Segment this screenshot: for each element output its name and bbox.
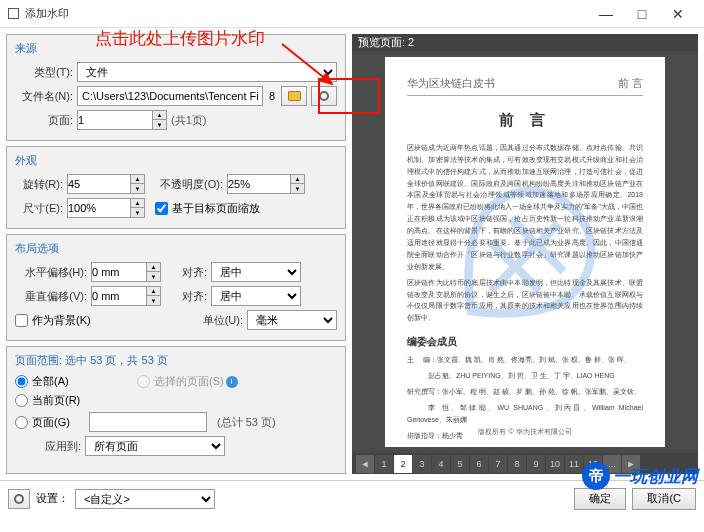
preview-canvas: 华为区块链白皮书前 言 前 言 区块链成为近两年热点话题，因其通过分布式数据存储… bbox=[352, 51, 698, 453]
preview-header: 预览页面: 2 bbox=[352, 34, 698, 51]
radio-all-label[interactable]: 全部(A) bbox=[15, 374, 133, 389]
minimize-button[interactable]: — bbox=[588, 0, 624, 28]
page-thumb[interactable]: 9 bbox=[527, 455, 545, 473]
applyto-label: 应用到: bbox=[15, 439, 81, 454]
pages-input[interactable] bbox=[89, 412, 207, 432]
file-settings-button[interactable] bbox=[311, 86, 337, 106]
doc-title: 前 言 bbox=[407, 108, 643, 132]
annotation-overlay: 点击此处上传图片水印 bbox=[95, 27, 265, 50]
page-thumb[interactable]: 8 bbox=[508, 455, 526, 473]
radio-pages-label[interactable]: 页面(G) bbox=[15, 415, 85, 430]
unit-select[interactable]: 毫米 bbox=[247, 310, 337, 330]
type-select[interactable]: 文件 bbox=[77, 62, 337, 82]
settings-label: 设置： bbox=[36, 491, 69, 506]
corner-brand: 帝 一玩创业网 bbox=[582, 462, 698, 490]
brand-logo-icon: 帝 bbox=[582, 462, 610, 490]
page-thumb[interactable]: 4 bbox=[432, 455, 450, 473]
rotate-label: 旋转(R): bbox=[15, 177, 63, 192]
group-appearance: 外观 旋转(R): ▲▼ 不透明度(O): ▲▼ 尺寸(E): ▲▼ 基于目标页… bbox=[6, 146, 346, 229]
preview-document: 华为区块链白皮书前 言 前 言 区块链成为近两年热点话题，因其通过分布式数据存储… bbox=[385, 57, 665, 447]
chevron-up-icon[interactable]: ▲ bbox=[152, 111, 166, 120]
size-spinner[interactable]: ▲▼ bbox=[67, 198, 145, 218]
titlebar: 添加水印 — □ ✕ bbox=[0, 0, 704, 28]
ok-button[interactable]: 确定 bbox=[574, 488, 626, 510]
asbg-checkbox-label[interactable]: 作为背景(K) bbox=[15, 313, 189, 328]
page-thumb[interactable]: 6 bbox=[470, 455, 488, 473]
filename-input[interactable] bbox=[77, 86, 263, 106]
page-thumb[interactable]: 2 bbox=[394, 455, 412, 473]
chevron-down-icon[interactable]: ▼ bbox=[152, 120, 166, 129]
close-button[interactable]: ✕ bbox=[660, 0, 696, 28]
gear-icon bbox=[14, 494, 24, 504]
srcpage-spinner[interactable]: ▲▼ bbox=[77, 110, 167, 130]
browse-button[interactable] bbox=[281, 86, 307, 106]
page-thumb[interactable]: 1 bbox=[375, 455, 393, 473]
scale-checkbox[interactable] bbox=[155, 202, 168, 215]
halign-label: 对齐: bbox=[165, 265, 207, 280]
maximize-button[interactable]: □ bbox=[624, 0, 660, 28]
radio-current-label[interactable]: 当前页(R) bbox=[15, 393, 80, 408]
opacity-spinner[interactable]: ▲▼ bbox=[227, 174, 305, 194]
appearance-header: 外观 bbox=[15, 153, 337, 168]
rotate-spinner[interactable]: ▲▼ bbox=[67, 174, 145, 194]
radio-selected bbox=[137, 375, 150, 388]
folder-icon bbox=[288, 91, 301, 101]
doc-section: 编委会成员 bbox=[407, 334, 643, 350]
layout-header: 布局选项 bbox=[15, 241, 337, 256]
opacity-label: 不透明度(O): bbox=[149, 177, 223, 192]
preview-panel: 预览页面: 2 华为区块链白皮书前 言 前 言 区块链成为近两年热点话题，因其通… bbox=[352, 34, 698, 474]
type-label: 类型(T): bbox=[15, 65, 73, 80]
page-thumb[interactable]: 3 bbox=[413, 455, 431, 473]
filename-label: 文件名(N): bbox=[15, 89, 73, 104]
group-source: 来源 类型(T): 文件 文件名(N): 8 页面: ▲▼ (共1页) bbox=[6, 34, 346, 141]
group-pagerange: 页面范围: 选中 53 页，共 53 页 全部(A) 选择的页面(S)i 当前页… bbox=[6, 346, 346, 474]
radio-current[interactable] bbox=[15, 394, 28, 407]
page-thumb[interactable]: 10 bbox=[546, 455, 564, 473]
page-thumb[interactable]: 11 bbox=[565, 455, 583, 473]
info-icon[interactable]: i bbox=[226, 376, 238, 388]
gear-icon bbox=[319, 91, 329, 101]
halign-select[interactable]: 居中 bbox=[211, 262, 301, 282]
group-layout: 布局选项 水平偏移(H): ▲▼ 对齐: 居中 垂直偏移(V): ▲▼ 对齐: … bbox=[6, 234, 346, 341]
size-label: 尺寸(E): bbox=[15, 201, 63, 216]
radio-all[interactable] bbox=[15, 375, 28, 388]
pages-total: (总计 53 页) bbox=[217, 415, 276, 430]
srcpage-label: 页面: bbox=[15, 113, 73, 128]
pagerange-header: 页面范围: 选中 53 页，共 53 页 bbox=[15, 353, 337, 368]
page-thumb[interactable]: 5 bbox=[451, 455, 469, 473]
brand-text: 一玩创业网 bbox=[613, 465, 698, 488]
filename-suffix: 8 bbox=[267, 90, 277, 102]
applyto-select[interactable]: 所有页面 bbox=[85, 436, 225, 456]
voffset-label: 垂直偏移(V): bbox=[15, 289, 87, 304]
page-thumb[interactable]: 7 bbox=[489, 455, 507, 473]
preset-select[interactable]: <自定义> bbox=[75, 489, 215, 509]
srcpage-total: (共1页) bbox=[171, 113, 206, 128]
valign-select[interactable]: 居中 bbox=[211, 286, 301, 306]
hoffset-label: 水平偏移(H): bbox=[15, 265, 87, 280]
scale-checkbox-label[interactable]: 基于目标页面缩放 bbox=[155, 201, 260, 216]
cancel-button[interactable]: 取消(C bbox=[632, 488, 696, 510]
settings-button[interactable] bbox=[8, 489, 30, 509]
app-icon bbox=[8, 8, 19, 19]
window-title: 添加水印 bbox=[25, 6, 588, 21]
valign-label: 对齐: bbox=[165, 289, 207, 304]
prev-page-button[interactable]: ◄ bbox=[356, 455, 374, 473]
radio-selected-label[interactable]: 选择的页面(S)i bbox=[137, 374, 238, 389]
unit-label: 单位(U): bbox=[193, 313, 243, 328]
hoffset-spinner[interactable]: ▲▼ bbox=[91, 262, 161, 282]
voffset-spinner[interactable]: ▲▼ bbox=[91, 286, 161, 306]
radio-pages[interactable] bbox=[15, 416, 28, 429]
asbg-checkbox[interactable] bbox=[15, 314, 28, 327]
